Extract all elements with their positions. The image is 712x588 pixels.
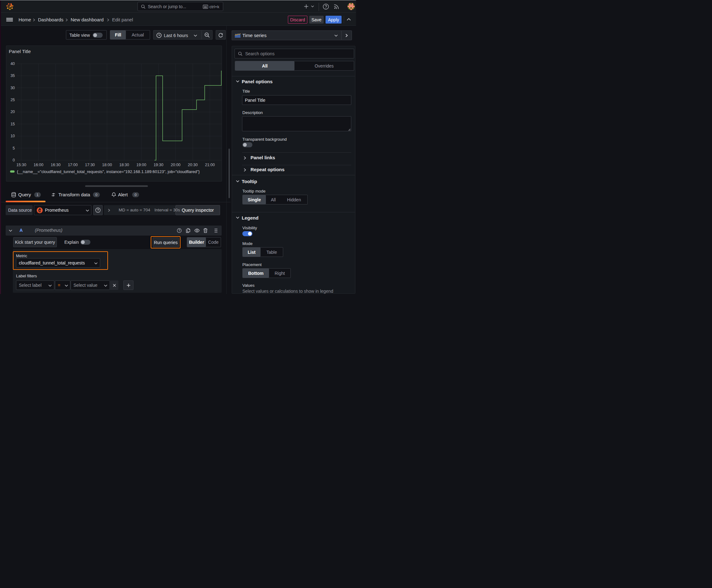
svg-text:25: 25 xyxy=(10,98,15,102)
svg-text:16:00: 16:00 xyxy=(34,163,43,167)
svg-text:21:00: 21:00 xyxy=(205,163,215,167)
svg-text:30: 30 xyxy=(10,86,15,90)
svg-text:16:30: 16:30 xyxy=(51,163,61,167)
svg-text:20:00: 20:00 xyxy=(171,163,180,167)
svg-text:20:30: 20:30 xyxy=(188,163,197,167)
svg-text:15:30: 15:30 xyxy=(16,163,26,167)
svg-text:17:30: 17:30 xyxy=(85,163,95,167)
svg-text:19:30: 19:30 xyxy=(153,163,163,167)
svg-text:35: 35 xyxy=(10,74,15,78)
svg-text:19:00: 19:00 xyxy=(136,163,146,167)
svg-text:0: 0 xyxy=(13,158,15,162)
svg-text:5: 5 xyxy=(13,146,15,150)
svg-text:{__name__="cloudflared_tunnel_: {__name__="cloudflared_tunnel_total_requ… xyxy=(17,169,200,174)
svg-text:17:00: 17:00 xyxy=(68,163,78,167)
svg-text:40: 40 xyxy=(10,62,15,66)
svg-text:18:00: 18:00 xyxy=(102,163,112,167)
svg-text:10: 10 xyxy=(10,134,15,138)
svg-text:15: 15 xyxy=(10,122,15,126)
svg-text:20: 20 xyxy=(10,110,15,114)
svg-text:18:30: 18:30 xyxy=(119,163,129,167)
